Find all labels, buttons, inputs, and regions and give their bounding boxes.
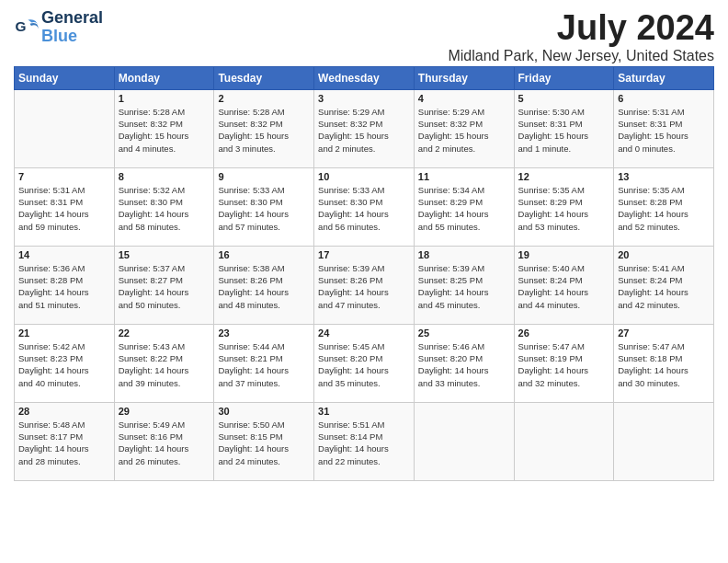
calendar-cell: 11Sunrise: 5:34 AMSunset: 8:29 PMDayligh… <box>414 167 514 246</box>
cell-content: Sunrise: 5:29 AMSunset: 8:32 PMDaylight:… <box>418 106 510 155</box>
cell-content: Sunrise: 5:30 AMSunset: 8:31 PMDaylight:… <box>518 106 610 155</box>
cell-content: Sunrise: 5:44 AMSunset: 8:21 PMDaylight:… <box>218 340 310 389</box>
day-number: 30 <box>218 406 310 417</box>
cell-content: Sunrise: 5:49 AMSunset: 8:16 PMDaylight:… <box>119 419 210 467</box>
day-number: 21 <box>18 327 110 339</box>
day-number: 19 <box>518 249 610 260</box>
calendar-cell: 6Sunrise: 5:31 AMSunset: 8:31 PMDaylight… <box>614 89 714 167</box>
day-number: 11 <box>418 171 510 182</box>
calendar-cell: 5Sunrise: 5:30 AMSunset: 8:31 PMDaylight… <box>514 89 614 167</box>
calendar-cell: 23Sunrise: 5:44 AMSunset: 8:21 PMDayligh… <box>214 324 314 402</box>
cell-content: Sunrise: 5:29 AMSunset: 8:32 PMDaylight:… <box>318 106 410 155</box>
day-number: 16 <box>218 249 310 260</box>
calendar-cell: 4Sunrise: 5:29 AMSunset: 8:32 PMDaylight… <box>414 89 514 167</box>
day-number: 18 <box>418 249 510 260</box>
calendar-cell: 14Sunrise: 5:36 AMSunset: 8:28 PMDayligh… <box>15 246 115 324</box>
main-container: G General Blue July 2024 Midland Park, N… <box>0 0 728 486</box>
cell-content: Sunrise: 5:36 AMSunset: 8:28 PMDaylight:… <box>18 262 110 311</box>
svg-text:G: G <box>15 18 26 34</box>
cell-content: Sunrise: 5:47 AMSunset: 8:18 PMDaylight:… <box>618 340 710 389</box>
logo-text: General Blue <box>41 9 103 46</box>
cell-content: Sunrise: 5:28 AMSunset: 8:32 PMDaylight:… <box>119 106 210 155</box>
calendar-cell: 25Sunrise: 5:46 AMSunset: 8:20 PMDayligh… <box>414 324 514 402</box>
logo-line2: Blue <box>41 28 103 46</box>
col-tuesday: Tuesday <box>214 66 314 89</box>
cell-content: Sunrise: 5:38 AMSunset: 8:26 PMDaylight:… <box>218 262 310 311</box>
day-number: 13 <box>618 171 710 182</box>
cell-content: Sunrise: 5:50 AMSunset: 8:15 PMDaylight:… <box>218 419 310 467</box>
calendar-cell <box>15 89 115 167</box>
calendar-cell <box>514 402 614 480</box>
col-wednesday: Wednesday <box>314 66 415 89</box>
day-number: 17 <box>318 249 410 260</box>
col-friday: Friday <box>514 66 614 89</box>
day-number: 20 <box>618 249 710 260</box>
calendar-cell: 30Sunrise: 5:50 AMSunset: 8:15 PMDayligh… <box>214 402 314 480</box>
calendar-cell: 13Sunrise: 5:35 AMSunset: 8:28 PMDayligh… <box>614 167 714 246</box>
col-saturday: Saturday <box>614 66 714 89</box>
calendar-cell: 16Sunrise: 5:38 AMSunset: 8:26 PMDayligh… <box>214 246 314 324</box>
day-number: 5 <box>518 93 610 104</box>
cell-content: Sunrise: 5:41 AMSunset: 8:24 PMDaylight:… <box>618 262 710 311</box>
cell-content: Sunrise: 5:42 AMSunset: 8:23 PMDaylight:… <box>18 340 110 389</box>
calendar-cell: 19Sunrise: 5:40 AMSunset: 8:24 PMDayligh… <box>514 246 614 324</box>
calendar-cell: 8Sunrise: 5:32 AMSunset: 8:30 PMDaylight… <box>114 167 214 246</box>
calendar-cell <box>414 402 514 480</box>
day-number: 1 <box>119 93 210 104</box>
day-number: 14 <box>18 249 110 260</box>
calendar-week-1: 1Sunrise: 5:28 AMSunset: 8:32 PMDaylight… <box>15 89 714 167</box>
calendar-cell: 21Sunrise: 5:42 AMSunset: 8:23 PMDayligh… <box>15 324 115 402</box>
cell-content: Sunrise: 5:48 AMSunset: 8:17 PMDaylight:… <box>18 419 110 467</box>
logo-icon: G <box>14 15 40 40</box>
cell-content: Sunrise: 5:39 AMSunset: 8:26 PMDaylight:… <box>318 262 410 311</box>
calendar-cell <box>614 402 714 480</box>
calendar-cell: 18Sunrise: 5:39 AMSunset: 8:25 PMDayligh… <box>414 246 514 324</box>
calendar-week-3: 14Sunrise: 5:36 AMSunset: 8:28 PMDayligh… <box>15 246 714 324</box>
cell-content: Sunrise: 5:33 AMSunset: 8:30 PMDaylight:… <box>318 184 410 233</box>
header: G General Blue July 2024 Midland Park, N… <box>14 9 714 64</box>
logo-line1: General <box>41 9 103 28</box>
cell-content: Sunrise: 5:33 AMSunset: 8:30 PMDaylight:… <box>218 184 310 233</box>
calendar-cell: 2Sunrise: 5:28 AMSunset: 8:32 PMDaylight… <box>214 89 314 167</box>
calendar-cell: 24Sunrise: 5:45 AMSunset: 8:20 PMDayligh… <box>314 324 415 402</box>
cell-content: Sunrise: 5:31 AMSunset: 8:31 PMDaylight:… <box>618 106 710 155</box>
calendar-cell: 3Sunrise: 5:29 AMSunset: 8:32 PMDaylight… <box>314 89 415 167</box>
calendar-cell: 9Sunrise: 5:33 AMSunset: 8:30 PMDaylight… <box>214 167 314 246</box>
cell-content: Sunrise: 5:40 AMSunset: 8:24 PMDaylight:… <box>518 262 610 311</box>
calendar-cell: 27Sunrise: 5:47 AMSunset: 8:18 PMDayligh… <box>614 324 714 402</box>
cell-content: Sunrise: 5:39 AMSunset: 8:25 PMDaylight:… <box>418 262 510 311</box>
cell-content: Sunrise: 5:51 AMSunset: 8:14 PMDaylight:… <box>318 419 410 467</box>
cell-content: Sunrise: 5:35 AMSunset: 8:29 PMDaylight:… <box>518 184 610 233</box>
location-title: Midland Park, New Jersey, United States <box>448 48 714 64</box>
day-number: 23 <box>218 327 310 339</box>
calendar-week-4: 21Sunrise: 5:42 AMSunset: 8:23 PMDayligh… <box>15 324 714 402</box>
day-number: 9 <box>218 171 310 182</box>
calendar-cell: 15Sunrise: 5:37 AMSunset: 8:27 PMDayligh… <box>114 246 214 324</box>
day-number: 8 <box>119 171 210 182</box>
cell-content: Sunrise: 5:45 AMSunset: 8:20 PMDaylight:… <box>318 340 410 389</box>
day-number: 6 <box>618 93 710 104</box>
cell-content: Sunrise: 5:32 AMSunset: 8:30 PMDaylight:… <box>119 184 210 233</box>
col-sunday: Sunday <box>15 66 115 89</box>
day-number: 25 <box>418 327 510 339</box>
calendar-week-5: 28Sunrise: 5:48 AMSunset: 8:17 PMDayligh… <box>15 402 714 480</box>
col-thursday: Thursday <box>414 66 514 89</box>
day-number: 2 <box>218 93 310 104</box>
calendar-cell: 12Sunrise: 5:35 AMSunset: 8:29 PMDayligh… <box>514 167 614 246</box>
calendar-cell: 1Sunrise: 5:28 AMSunset: 8:32 PMDaylight… <box>114 89 214 167</box>
day-number: 12 <box>518 171 610 182</box>
day-number: 27 <box>618 327 710 339</box>
calendar-cell: 26Sunrise: 5:47 AMSunset: 8:19 PMDayligh… <box>514 324 614 402</box>
day-number: 28 <box>18 406 110 417</box>
day-number: 3 <box>318 93 410 104</box>
day-number: 26 <box>518 327 610 339</box>
logo: G General Blue <box>14 9 103 46</box>
day-number: 24 <box>318 327 410 339</box>
calendar-cell: 17Sunrise: 5:39 AMSunset: 8:26 PMDayligh… <box>314 246 415 324</box>
day-number: 31 <box>318 406 410 417</box>
cell-content: Sunrise: 5:31 AMSunset: 8:31 PMDaylight:… <box>18 184 110 233</box>
month-title: July 2024 <box>448 9 714 48</box>
title-block: July 2024 Midland Park, New Jersey, Unit… <box>448 9 714 64</box>
calendar-cell: 7Sunrise: 5:31 AMSunset: 8:31 PMDaylight… <box>15 167 115 246</box>
cell-content: Sunrise: 5:43 AMSunset: 8:22 PMDaylight:… <box>119 340 210 389</box>
